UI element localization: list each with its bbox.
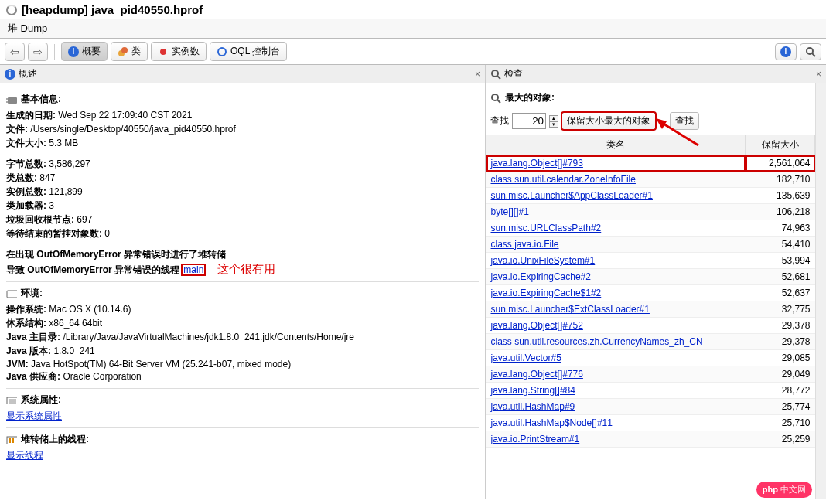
- retained-size: 28,772: [746, 383, 815, 399]
- find-count-input[interactable]: [512, 113, 546, 129]
- annotation-text: 这个很有用: [217, 262, 275, 275]
- class-link[interactable]: class sun.util.resources.zh.CurrencyName…: [491, 336, 703, 347]
- retained-size: 106,218: [746, 204, 815, 220]
- svg-marker-25: [656, 118, 667, 129]
- table-row[interactable]: class sun.util.calendar.ZoneInfoFile182,…: [486, 172, 815, 188]
- threads-heading: 堆转储上的线程:: [6, 433, 479, 446]
- svg-line-5: [812, 53, 815, 56]
- table-row[interactable]: java.io.PrintStream#125,259: [486, 431, 815, 448]
- retained-size: 29,378: [746, 334, 815, 350]
- table-row[interactable]: java.io.ExpiringCache#252,681: [486, 269, 815, 285]
- overview-pane-header: i 概述 ×: [0, 65, 485, 83]
- col-class[interactable]: 类名: [486, 135, 746, 155]
- search-icon: [490, 93, 501, 104]
- window-title: [heapdump] java_pid40550.hprof: [0, 0, 826, 19]
- inspect-pane-title: 检查: [504, 67, 523, 80]
- svg-rect-18: [9, 438, 11, 443]
- classes-icon: [118, 46, 128, 57]
- find-mode-select[interactable]: 保留大小最大的对象: [561, 112, 656, 130]
- classes-button[interactable]: 类: [111, 42, 148, 61]
- class-link[interactable]: java.io.ExpiringCache#2: [491, 271, 591, 282]
- class-link[interactable]: sun.misc.Launcher$AppClassLoader#1: [491, 190, 653, 201]
- environment-heading: 环境:: [6, 287, 479, 300]
- stepper-down-icon[interactable]: ▾: [549, 121, 558, 128]
- stepper-up-icon[interactable]: ▴: [549, 115, 558, 121]
- overview-button[interactable]: i 概要: [61, 42, 108, 61]
- table-row[interactable]: java.lang.Object[]#7932,561,064: [486, 155, 815, 172]
- largest-objects-table: 类名 保留大小 java.lang.Object[]#7932,561,064c…: [486, 135, 815, 448]
- retained-size: 182,710: [746, 172, 815, 188]
- classes-label: 类: [131, 45, 141, 58]
- class-link[interactable]: java.util.Vector#5: [491, 352, 561, 363]
- table-row[interactable]: java.io.UnixFileSystem#153,994: [486, 253, 815, 269]
- info-icon: i: [5, 69, 15, 80]
- table-row[interactable]: java.lang.String[]#8428,772: [486, 383, 815, 399]
- class-link[interactable]: java.util.HashMap$Node[]#11: [491, 417, 613, 428]
- instances-button[interactable]: 实例数: [151, 42, 206, 61]
- svg-rect-19: [12, 438, 14, 443]
- class-link[interactable]: class java.io.File: [491, 239, 559, 250]
- oql-icon: [217, 46, 227, 57]
- retained-size: 29,378: [746, 318, 815, 334]
- retained-size: 25,259: [746, 431, 815, 448]
- svg-line-23: [497, 100, 500, 103]
- table-row[interactable]: class sun.util.resources.zh.CurrencyName…: [486, 334, 815, 350]
- table-row[interactable]: sun.misc.Launcher$ExtClassLoader#132,775: [486, 301, 815, 318]
- table-row[interactable]: java.util.Vector#529,085: [486, 350, 815, 366]
- class-link[interactable]: java.lang.Object[]#776: [491, 369, 583, 380]
- col-retain[interactable]: 保留大小: [746, 135, 815, 155]
- instances-icon: [158, 46, 169, 57]
- oom-thread-link[interactable]: main: [182, 264, 205, 275]
- retained-size: 52,637: [746, 285, 815, 301]
- table-row[interactable]: java.lang.Object[]#77629,049: [486, 366, 815, 383]
- svg-rect-6: [8, 97, 17, 104]
- oql-label: OQL 控制台: [230, 45, 280, 58]
- table-row[interactable]: java.util.HashMap$Node[]#1125,710: [486, 415, 815, 431]
- find-button[interactable]: 查找: [670, 112, 699, 130]
- retained-size: 53,994: [746, 253, 815, 269]
- class-link[interactable]: java.io.UnixFileSystem#1: [491, 255, 596, 266]
- overview-pane-title: 概述: [19, 67, 37, 80]
- show-sysprops-link[interactable]: 显示系统属性: [6, 410, 62, 421]
- info-button[interactable]: i: [775, 43, 797, 60]
- show-threads-link[interactable]: 显示线程: [6, 450, 43, 461]
- class-link[interactable]: java.lang.Object[]#752: [491, 320, 583, 331]
- overview-label: 概要: [82, 45, 101, 58]
- class-link[interactable]: java.lang.String[]#84: [491, 385, 575, 396]
- subtitle-bar: 堆 Dump: [0, 19, 826, 39]
- class-link[interactable]: java.lang.Object[]#793: [491, 158, 583, 169]
- count-stepper[interactable]: ▴ ▾: [549, 115, 558, 128]
- table-row[interactable]: class java.io.File54,410: [486, 237, 815, 253]
- class-link[interactable]: class sun.util.calendar.ZoneInfoFile: [491, 174, 636, 185]
- oql-button[interactable]: OQL 控制台: [210, 42, 287, 61]
- retained-size: 29,049: [746, 366, 815, 383]
- class-link[interactable]: sun.misc.URLClassPath#2: [491, 223, 602, 233]
- table-row[interactable]: byte[][]#1106,218: [486, 204, 815, 220]
- svg-point-20: [492, 70, 498, 77]
- close-icon[interactable]: ×: [816, 69, 821, 80]
- retained-size: 74,963: [746, 220, 815, 237]
- class-link[interactable]: java.io.PrintStream#1: [491, 434, 580, 444]
- table-row[interactable]: java.lang.Object[]#75229,378: [486, 318, 815, 334]
- retained-size: 29,085: [746, 350, 815, 366]
- class-link[interactable]: byte[][]#1: [491, 206, 529, 217]
- retained-size: 52,681: [746, 269, 815, 285]
- retained-size: 54,410: [746, 237, 815, 253]
- class-link[interactable]: java.io.ExpiringCache$1#2: [491, 288, 602, 298]
- instances-label: 实例数: [172, 45, 200, 58]
- table-row[interactable]: sun.misc.URLClassPath#274,963: [486, 220, 815, 237]
- chip-icon: [6, 96, 17, 104]
- class-link[interactable]: sun.misc.Launcher$ExtClassLoader#1: [491, 304, 650, 315]
- table-row[interactable]: java.io.ExpiringCache$1#252,637: [486, 285, 815, 301]
- close-icon[interactable]: ×: [475, 69, 480, 80]
- svg-line-21: [497, 76, 500, 79]
- scrollbar[interactable]: [815, 83, 826, 499]
- search-button[interactable]: [800, 43, 821, 60]
- class-link[interactable]: java.util.HashMap#9: [491, 401, 575, 412]
- nav-back-button[interactable]: ⇦: [5, 43, 25, 61]
- svg-point-22: [492, 94, 498, 100]
- table-row[interactable]: sun.misc.Launcher$AppClassLoader#1135,63…: [486, 188, 815, 204]
- search-icon: [805, 46, 816, 57]
- nav-forward-button[interactable]: ⇨: [28, 43, 48, 61]
- table-row[interactable]: java.util.HashMap#925,774: [486, 399, 815, 415]
